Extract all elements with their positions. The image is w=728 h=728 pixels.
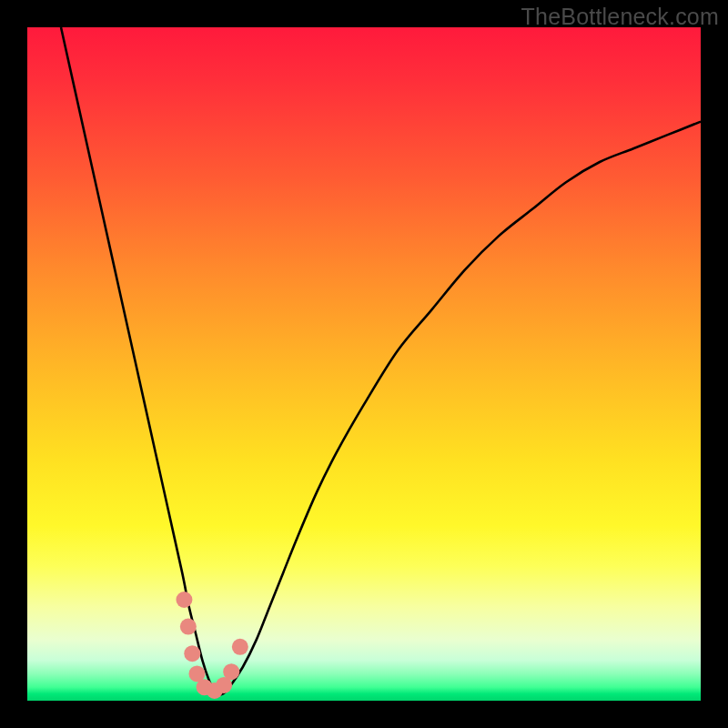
watermark-text: TheBottleneck.com <box>521 4 719 30</box>
bottleneck-curve <box>61 27 701 695</box>
highlight-dot <box>180 619 197 635</box>
chart-frame: TheBottleneck.com <box>0 0 728 728</box>
highlight-dot <box>176 592 192 608</box>
highlight-dot <box>223 663 239 680</box>
plot-area <box>27 27 701 701</box>
highlight-dots <box>176 592 248 699</box>
curve-layer <box>27 27 701 701</box>
curve-path <box>61 27 701 695</box>
highlight-dot <box>184 645 200 662</box>
highlight-dot <box>232 639 248 655</box>
